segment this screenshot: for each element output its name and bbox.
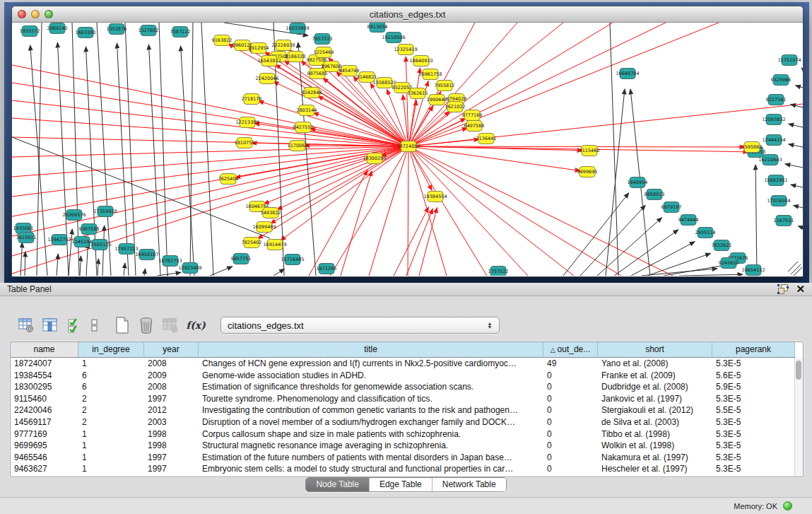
table-cell: 5.3E-5: [712, 416, 795, 428]
column-header-title[interactable]: title: [199, 342, 543, 358]
graph-node-label: 16210643: [758, 157, 782, 163]
graph-node-label: 1640954: [628, 180, 648, 185]
graph-node-label: 15692951: [764, 177, 787, 183]
graph-node-label: 1170062: [288, 143, 308, 148]
table-row[interactable]: 1830029562008Estimation of significance …: [11, 381, 803, 393]
graph-node-label: 12923488: [178, 265, 201, 271]
graph-node-label: 7587122: [170, 29, 191, 35]
graph-node-label: 17016504: [767, 198, 790, 204]
table-cell: 0: [543, 381, 598, 393]
table-cell: 1: [78, 358, 144, 370]
table-row[interactable]: 2242004622012Investigating the contribut…: [11, 404, 803, 416]
table-row[interactable]: 1938455462009Genome-wide association stu…: [11, 370, 803, 382]
table-cell: 5.3E-5: [712, 463, 795, 475]
table-cell: 6: [78, 370, 144, 382]
table-cell: 0: [543, 452, 598, 464]
tab-edge-table[interactable]: Edge Table: [370, 478, 433, 491]
column-header-year[interactable]: year: [144, 342, 199, 358]
table-row[interactable]: 911546021997Tourette syndrome. Phenomeno…: [11, 393, 803, 405]
graph-node-label: 2803144: [297, 107, 317, 113]
column-header-in_degree[interactable]: in_degree: [78, 342, 144, 358]
table-type-segmented-control: Node TableEdge TableNetwork Table: [305, 477, 506, 492]
table-settings-icon[interactable]: [16, 315, 37, 336]
graph-node-label: 3915911: [16, 235, 37, 240]
table-cell: 0: [543, 463, 598, 475]
scrollbar-thumb[interactable]: [796, 361, 801, 380]
graph-node-label: 22226038: [271, 42, 295, 48]
graph-node-label: 16961758: [418, 71, 442, 77]
table-row[interactable]: 946362711997Embryonic stem cells: a mode…: [11, 463, 803, 475]
float-panel-icon[interactable]: [777, 284, 789, 294]
column-header-name[interactable]: name: [11, 342, 78, 358]
table-cell: 14569117: [11, 416, 78, 428]
network-graph-canvas[interactable]: 1935572206914016033801552876152760275871…: [12, 23, 803, 276]
graph-node-label: 1757522: [488, 269, 509, 274]
tab-node-table[interactable]: Node Table: [306, 478, 370, 491]
window-titlebar[interactable]: citations_edges.txt: [12, 6, 803, 23]
table-cell: Stergiakouli et al. (2012): [598, 404, 712, 416]
table-cell: 5.6E-5: [712, 370, 795, 382]
column-header-out_de[interactable]: △out_de...: [543, 342, 598, 358]
table-row[interactable]: 1456911722003Disruption of a novel membe…: [11, 416, 803, 428]
table-vertical-scrollbar[interactable]: [794, 358, 803, 477]
graph-node-label: 9474444: [678, 217, 699, 223]
graph-node-label: 22420046: [255, 76, 278, 81]
graph-node-label: 9777169: [462, 112, 483, 118]
graph-node-label: 9227341: [766, 97, 787, 103]
graph-node-label: 9875685: [307, 71, 328, 76]
table-cell: Dudbridge et al. (2008): [598, 381, 712, 393]
graph-node-label: 9857751: [231, 256, 252, 262]
select-column-icon[interactable]: [40, 315, 61, 336]
table-cell: 1998: [144, 428, 199, 440]
delete-table-icon[interactable]: [136, 315, 157, 336]
graph-node-label: 15716485: [281, 257, 304, 262]
table-cell: 2009: [144, 370, 199, 382]
table-cell: Hescheler et al. (1997): [598, 463, 712, 475]
table-cell: 5.3E-5: [712, 428, 795, 440]
table-cell: 1997: [144, 452, 199, 464]
zoom-window-button[interactable]: [45, 10, 53, 18]
tab-network-table[interactable]: Network Table: [433, 478, 506, 491]
table-row[interactable]: 969969511998Structural magnetic resonanc…: [11, 440, 803, 452]
graph-node-label: 16648784: [616, 71, 639, 76]
table-cell: 0: [543, 370, 598, 382]
table-cell: 0: [543, 393, 598, 405]
table-row[interactable]: 946554611997Estimation of the future num…: [11, 452, 803, 464]
close-panel-icon[interactable]: ✕: [796, 284, 805, 294]
graph-node-label: 2718176: [242, 96, 262, 102]
table-cell: 9115460: [11, 393, 78, 405]
column-header-pagerank[interactable]: pagerank: [712, 342, 795, 358]
table-cell: 18724007: [11, 358, 78, 370]
network-view-window[interactable]: citations_edges.txt 19355722069140160338…: [11, 6, 804, 277]
new-table-icon[interactable]: [112, 315, 133, 336]
graph-node-label: 9329966: [771, 77, 792, 83]
minimize-window-button[interactable]: [31, 10, 40, 18]
select-all-icon[interactable]: [64, 315, 85, 336]
memory-status-label: Memory: OK: [734, 502, 777, 510]
table-cell: 0: [543, 428, 598, 440]
close-window-button[interactable]: [18, 10, 26, 18]
import-table-icon[interactable]: [160, 315, 181, 336]
table-cell: Tibbo et al. (1998): [598, 428, 712, 440]
table-cell: Genome-wide association studies in ADHD.: [199, 370, 543, 382]
graph-node-label: 8454749: [339, 68, 360, 74]
graph-node-label: 9245652: [719, 260, 739, 266]
table-cell: Jankovic et al. (1997): [598, 393, 712, 405]
graph-node-label: 1552876: [107, 26, 127, 32]
graph-node-label: 12444154: [762, 137, 785, 143]
table-selector-dropdown[interactable]: citations_edges.txt ▲▼: [220, 317, 500, 334]
table-cell: 22420046: [11, 404, 78, 416]
table-cell: Disruption of a novel member of a sodium…: [199, 416, 543, 428]
table-row[interactable]: 977716911998Corpus callosum shape and si…: [11, 428, 803, 440]
table-row[interactable]: 1872400712008Changes of HCN gene express…: [11, 358, 803, 370]
graph-node-label: 7625404: [218, 176, 239, 182]
table-cell: 0: [543, 416, 598, 428]
table-cell: Yano et al. (2008): [598, 358, 712, 370]
table-panel-body: f(x) citations_edges.txt ▲▼ namein_degre…: [0, 296, 812, 497]
graph-node-label: 8958923: [645, 192, 665, 197]
column-header-short[interactable]: short: [598, 342, 712, 358]
function-builder-icon[interactable]: f(x): [184, 315, 208, 336]
graph-node-label: 18724007: [396, 144, 420, 149]
graph-node-label: 1671265: [317, 266, 337, 271]
row-stack-icon[interactable]: [88, 315, 102, 336]
